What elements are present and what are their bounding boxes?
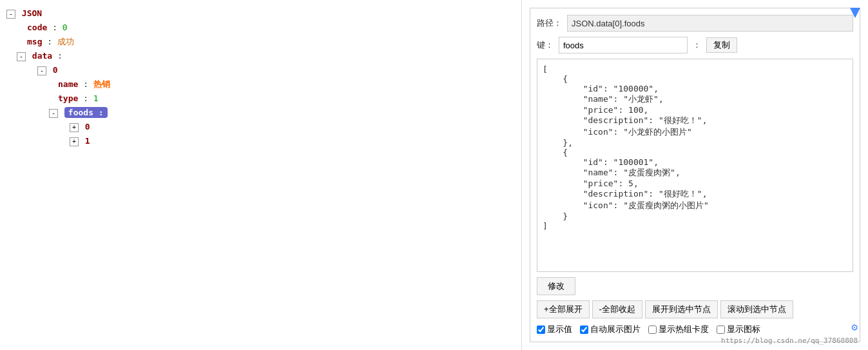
key-row: 键： ： 复制 <box>537 37 853 53</box>
cb-show-value-label: 显示值 <box>547 324 572 335</box>
item0-key: 0 <box>53 65 58 75</box>
colon-separator: ： <box>693 39 701 51</box>
code-key: code <box>27 23 47 32</box>
name-value: 热销 <box>93 79 110 89</box>
right-panel: 路径： 键： ： 复制 修改 +全部展开 -全部收起 展开到选中节点 滚动到选中… <box>522 0 868 350</box>
path-row: 路径： <box>537 15 853 32</box>
root-label: JSON <box>22 8 42 18</box>
footer-url: https://blog.csdn.ne/qq_37860808 <box>721 336 858 345</box>
cb-show-hotkey-input[interactable] <box>648 326 657 334</box>
data-toggle[interactable]: - <box>17 52 26 61</box>
key-label-text: 键： <box>537 39 554 51</box>
tree-item-foods-1: + 1 <box>6 134 515 148</box>
cb-show-value[interactable]: 显示值 <box>537 324 572 335</box>
tree-item-type: type : 1 <box>6 92 515 106</box>
cb-auto-show-img[interactable]: 自动展示图片 <box>580 324 641 335</box>
type-value: 1 <box>93 93 99 103</box>
tree-item-name: name : 热销 <box>6 77 515 92</box>
expand-all-button[interactable]: +全部展开 <box>537 300 590 318</box>
checkbox-row: 显示值 自动展示图片 显示热组卡度 显示图标 <box>537 324 853 335</box>
path-label: 路径： <box>537 17 562 29</box>
name-key: name <box>58 79 78 89</box>
cb-show-icon[interactable]: 显示图标 <box>717 324 760 335</box>
type-key: type <box>58 93 78 103</box>
cb-show-hotkey-label: 显示热组卡度 <box>659 324 709 335</box>
foods0-toggle[interactable]: + <box>70 123 79 132</box>
scroll-selected-button[interactable]: 滚动到选中节点 <box>720 300 793 318</box>
item0-toggle[interactable]: - <box>37 66 46 75</box>
root-toggle[interactable]: - <box>6 10 15 19</box>
modify-button[interactable]: 修改 <box>537 277 575 295</box>
tree-item-0: - 0 <box>6 63 515 77</box>
tree-item-code: code : 0 <box>6 21 515 35</box>
panel-inner: 路径： 键： ： 复制 修改 +全部展开 -全部收起 展开到选中节点 滚动到选中… <box>530 8 860 342</box>
left-panel: - JSON code : 0 msg : 成功 - data : - 0 na… <box>0 0 522 350</box>
tree-item-foods[interactable]: - foods : <box>6 106 515 120</box>
action-row: +全部展开 -全部收起 展开到选中节点 滚动到选中节点 <box>537 300 853 318</box>
json-textarea[interactable] <box>537 59 853 272</box>
cb-show-value-input[interactable] <box>537 326 545 334</box>
tree-item-data: - data : <box>6 49 515 63</box>
cb-show-hotkey[interactable]: 显示热组卡度 <box>648 324 709 335</box>
cb-show-icon-input[interactable] <box>717 326 725 334</box>
copy-button[interactable]: 复制 <box>706 37 737 53</box>
path-input[interactable] <box>567 15 853 32</box>
msg-key: msg <box>27 37 42 46</box>
data-key: data <box>32 51 52 61</box>
tree-item-msg: msg : 成功 <box>6 35 515 49</box>
cb-auto-show-img-input[interactable] <box>580 326 588 334</box>
foods1-toggle[interactable]: + <box>70 137 79 146</box>
foods-key-selected: foods : <box>64 107 108 118</box>
tree-item-foods-0: + 0 <box>6 120 515 134</box>
cb-auto-show-img-label: 自动展示图片 <box>590 324 641 335</box>
foods-toggle[interactable]: - <box>49 109 58 118</box>
msg-value: 成功 <box>57 37 74 46</box>
tree-root: - JSON <box>6 6 515 21</box>
foods1-key: 1 <box>85 136 90 146</box>
gear-icon[interactable]: ⚙ <box>851 321 858 333</box>
foods0-key: 0 <box>85 122 90 131</box>
expand-selected-button[interactable]: 展开到选中节点 <box>645 300 718 318</box>
collapse-all-button[interactable]: -全部收起 <box>592 300 642 318</box>
key-input[interactable] <box>559 37 688 53</box>
cb-show-icon-label: 显示图标 <box>727 324 760 335</box>
code-value: 0 <box>63 23 68 32</box>
